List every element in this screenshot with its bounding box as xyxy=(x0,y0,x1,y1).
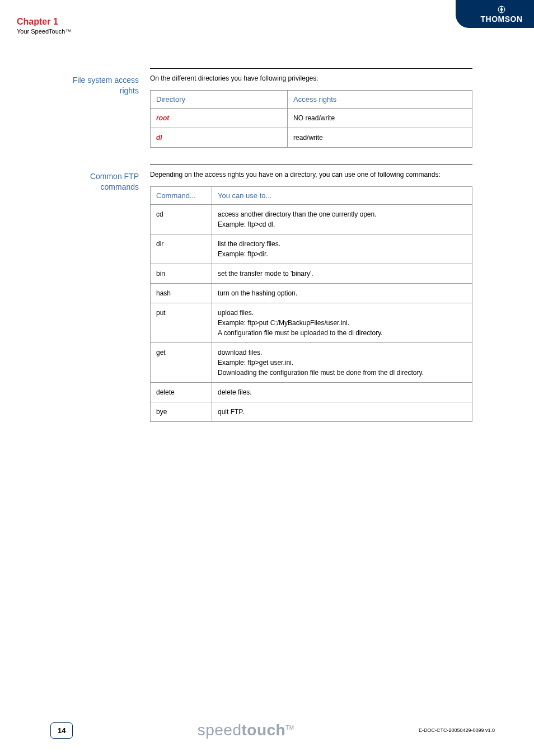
header-left: Chapter 1 Your SpeedTouch™ xyxy=(0,0,71,35)
col-use: You can use to... xyxy=(212,187,472,205)
cell-use: turn on the hashing option. xyxy=(212,284,472,303)
ftp-intro: Depending on the access rights you have … xyxy=(150,171,472,179)
brand-text: THOMSON xyxy=(480,15,522,24)
table-header-row: Command... You can use to... xyxy=(151,187,472,205)
cell-command: get xyxy=(151,343,212,383)
col-access-rights: Access rights xyxy=(288,91,472,109)
cell-directory: root xyxy=(151,109,288,128)
chapter-subtitle: Your SpeedTouch™ xyxy=(17,28,71,35)
brand-badge: THOMSON xyxy=(456,0,534,28)
section-label-file-access: File system access rights xyxy=(17,68,150,148)
cell-use: access another directory than the one cu… xyxy=(212,205,472,234)
cell-directory: dl xyxy=(151,128,288,148)
table-row: getdownload files. Example: ftp>get user… xyxy=(151,343,472,383)
section-body-ftp: Depending on the access rights you have … xyxy=(150,165,472,422)
cell-use: quit FTP. xyxy=(212,402,472,422)
section-label-ftp: Common FTP commands xyxy=(17,165,150,422)
cell-rights: NO read/write xyxy=(288,109,472,128)
logo-tm: TM xyxy=(285,725,294,731)
logo-part-bold: touch xyxy=(242,721,286,739)
chapter-title: Chapter 1 xyxy=(17,17,71,27)
table-row: dlread/write xyxy=(151,128,472,148)
table-row: deletedelete files. xyxy=(151,383,472,402)
ftp-commands-table: Command... You can use to... cdaccess an… xyxy=(150,186,472,422)
table-row: rootNO read/write xyxy=(151,109,472,128)
page-number: 14 xyxy=(50,722,73,739)
doc-id: E-DOC-CTC-20050429-0099 v1.0 xyxy=(419,727,495,733)
section-ftp-commands: Common FTP commands Depending on the acc… xyxy=(17,165,472,422)
cell-command: delete xyxy=(151,383,212,402)
cell-use: list the directory files. Example: ftp>d… xyxy=(212,234,472,264)
file-access-intro: On the different directories you have fo… xyxy=(150,74,472,82)
cell-use: delete files. xyxy=(212,383,472,402)
section-body-file-access: On the different directories you have fo… xyxy=(150,68,472,148)
cell-command: bin xyxy=(151,264,212,284)
section-file-access: File system access rights On the differe… xyxy=(17,68,472,148)
cell-command: put xyxy=(151,303,212,343)
table-row: cdaccess another directory than the one … xyxy=(151,205,472,234)
page-footer: 14 speedtouchTM E-DOC-CTC-20050429-0099 … xyxy=(0,721,534,739)
cell-use: download files. Example: ftp>get user.in… xyxy=(212,343,472,383)
page-content: File system access rights On the differe… xyxy=(0,35,534,422)
cell-use: set the transfer mode to 'binary'. xyxy=(212,264,472,284)
cell-command: dir xyxy=(151,234,212,264)
table-header-row: Directory Access rights xyxy=(151,91,472,109)
table-row: dirlist the directory files. Example: ft… xyxy=(151,234,472,264)
table-row: putupload files. Example: ftp>put C:/MyB… xyxy=(151,303,472,343)
cell-command: hash xyxy=(151,284,212,303)
table-row: byequit FTP. xyxy=(151,402,472,422)
thomson-icon xyxy=(498,6,505,13)
col-command: Command... xyxy=(151,187,212,205)
speedtouch-logo: speedtouchTM xyxy=(198,721,294,739)
logo-part-light: speed xyxy=(198,721,242,739)
cell-rights: read/write xyxy=(288,128,472,148)
page-header: Chapter 1 Your SpeedTouch™ THOMSON xyxy=(0,0,534,35)
thomson-logo: THOMSON xyxy=(478,6,525,24)
table-row: binset the transfer mode to 'binary'. xyxy=(151,264,472,284)
table-row: hashturn on the hashing option. xyxy=(151,284,472,303)
file-access-table: Directory Access rights rootNO read/writ… xyxy=(150,90,472,148)
col-directory: Directory xyxy=(151,91,288,109)
cell-command: bye xyxy=(151,402,212,422)
cell-command: cd xyxy=(151,205,212,234)
cell-use: upload files. Example: ftp>put C:/MyBack… xyxy=(212,303,472,343)
